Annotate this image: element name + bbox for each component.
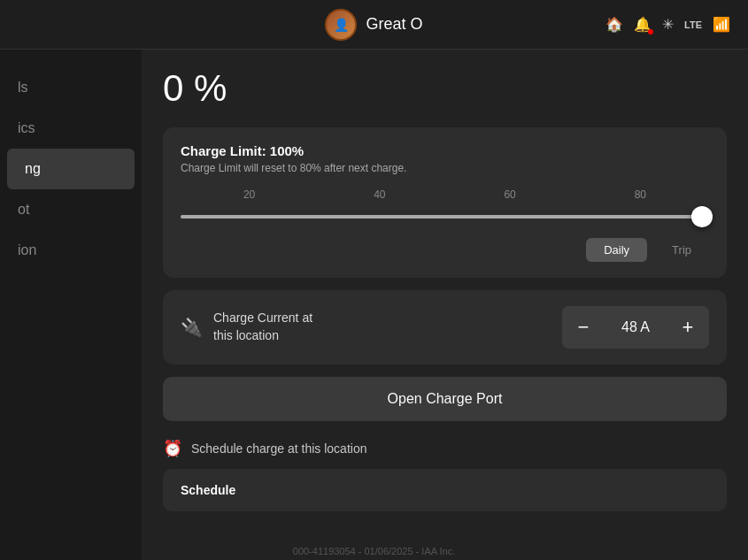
schedule-label: Schedule charge at this location xyxy=(191,441,366,456)
tab-row: Daily Trip xyxy=(181,238,709,262)
slider-track-container[interactable] xyxy=(181,206,709,227)
tab-trip[interactable]: Trip xyxy=(654,238,709,262)
current-stepper: − 48 A + xyxy=(562,306,709,349)
bluetooth-icon: ✳ xyxy=(662,16,674,33)
slider-label-40: 40 xyxy=(314,188,444,201)
notification-dot xyxy=(648,29,653,35)
slider-label-60: 60 xyxy=(445,188,575,201)
schedule-icon: ⏰ xyxy=(163,439,182,458)
stepper-value: 48 A xyxy=(605,319,667,335)
slider-thumb[interactable] xyxy=(691,206,713,227)
battery-percentage: 0 % xyxy=(163,67,727,110)
slider-track xyxy=(181,215,709,219)
sidebar-item-ot[interactable]: ot xyxy=(0,189,142,230)
sidebar: ls ics ng ot ion xyxy=(0,50,142,560)
avatar-inner: 👤 xyxy=(327,11,355,39)
plug-icon: 🔌 xyxy=(181,317,203,338)
main-content: 0 % Charge Limit: 100% Charge Limit will… xyxy=(142,50,748,560)
slider-labels: 20 40 60 80 xyxy=(181,188,709,201)
status-icons: 🏠 🔔 ✳ LTE 📶 xyxy=(605,16,730,33)
sidebar-item-ics[interactable]: ics xyxy=(0,108,142,149)
charge-limit-card: Charge Limit: 100% Charge Limit will res… xyxy=(163,127,727,278)
slider-fill xyxy=(181,215,709,219)
charge-current-left: 🔌 Charge Current atthis location xyxy=(181,310,312,344)
charge-current-row: 🔌 Charge Current atthis location − 48 A … xyxy=(181,306,709,349)
slider-label-80: 80 xyxy=(575,188,706,201)
open-charge-port-button[interactable]: Open Charge Port xyxy=(163,377,727,421)
schedule-section: ⏰ Schedule charge at this location Sched… xyxy=(163,439,727,511)
avatar: 👤 xyxy=(325,9,357,41)
charge-limit-title: Charge Limit: 100% xyxy=(181,143,709,158)
charge-limit-subtitle: Charge Limit will reset to 80% after nex… xyxy=(181,162,709,174)
schedule-card: Schedule xyxy=(163,469,727,511)
schedule-header: ⏰ Schedule charge at this location xyxy=(163,439,727,458)
lte-badge: LTE xyxy=(684,19,702,30)
schedule-card-label: Schedule xyxy=(181,483,709,497)
status-bar: 👤 Great O 🏠 🔔 ✳ LTE 📶 xyxy=(0,0,748,50)
home-icon[interactable]: 🏠 xyxy=(605,16,623,33)
status-bar-center: 👤 Great O xyxy=(325,9,422,41)
status-bar-title: Great O xyxy=(366,15,422,34)
increment-button[interactable]: + xyxy=(667,306,709,349)
sidebar-item-ion[interactable]: ion xyxy=(0,230,142,271)
bell-icon[interactable]: 🔔 xyxy=(634,16,652,33)
sidebar-item-ls[interactable]: ls xyxy=(0,67,142,108)
decrement-button[interactable]: − xyxy=(562,306,605,349)
slider-label-20: 20 xyxy=(184,188,314,201)
tab-daily[interactable]: Daily xyxy=(586,238,647,262)
signal-icon: 📶 xyxy=(713,16,730,33)
sidebar-item-ng[interactable]: ng xyxy=(7,149,135,189)
footer-watermark: 000-41193054 - 01/06/2025 - IAA Inc. xyxy=(293,546,455,556)
charge-current-label: Charge Current atthis location xyxy=(213,310,312,344)
charge-current-card: 🔌 Charge Current atthis location − 48 A … xyxy=(163,290,727,364)
